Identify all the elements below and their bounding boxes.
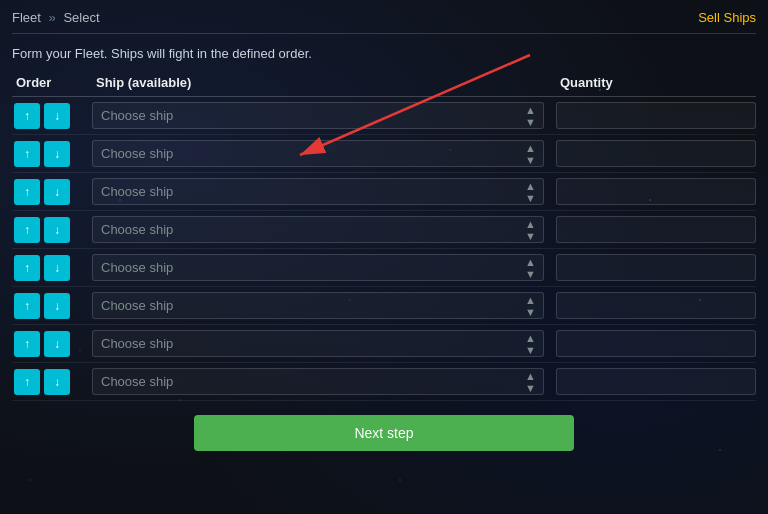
- order-down-button-5[interactable]: ↓: [44, 255, 70, 281]
- order-down-button-1[interactable]: ↓: [44, 103, 70, 129]
- col-header-quantity: Quantity: [556, 75, 756, 90]
- ship-select-6[interactable]: Choose ship: [92, 292, 544, 319]
- fleet-row: ↑ ↓ Choose ship ▲▼: [12, 249, 756, 287]
- ship-select-5[interactable]: Choose ship: [92, 254, 544, 281]
- bottom-bar: Next step: [12, 401, 756, 461]
- order-buttons-7: ↑ ↓: [12, 331, 92, 357]
- order-up-button-5[interactable]: ↑: [14, 255, 40, 281]
- order-down-button-2[interactable]: ↓: [44, 141, 70, 167]
- order-up-button-6[interactable]: ↑: [14, 293, 40, 319]
- quantity-input-6[interactable]: [556, 292, 756, 319]
- fleet-row: ↑ ↓ Choose ship ▲▼: [12, 135, 756, 173]
- breadcrumb-separator: »: [49, 10, 56, 25]
- col-header-ship: Ship (available): [92, 75, 556, 90]
- ship-select-wrapper-4: Choose ship ▲▼: [92, 216, 544, 243]
- quantity-input-7[interactable]: [556, 330, 756, 357]
- order-down-button-3[interactable]: ↓: [44, 179, 70, 205]
- order-up-button-4[interactable]: ↑: [14, 217, 40, 243]
- col-header-order: Order: [12, 75, 92, 90]
- order-buttons-8: ↑ ↓: [12, 369, 92, 395]
- fleet-row: ↑ ↓ Choose ship ▲▼: [12, 97, 756, 135]
- fleet-row: ↑ ↓ Choose ship ▲▼: [12, 325, 756, 363]
- fleet-row: ↑ ↓ Choose ship ▲▼: [12, 363, 756, 401]
- ship-select-wrapper-8: Choose ship ▲▼: [92, 368, 544, 395]
- order-down-button-7[interactable]: ↓: [44, 331, 70, 357]
- order-buttons-1: ↑ ↓: [12, 103, 92, 129]
- ship-select-wrapper-6: Choose ship ▲▼: [92, 292, 544, 319]
- order-up-button-3[interactable]: ↑: [14, 179, 40, 205]
- quantity-input-2[interactable]: [556, 140, 756, 167]
- breadcrumb: Fleet » Select: [12, 10, 100, 25]
- ship-select-3[interactable]: Choose ship: [92, 178, 544, 205]
- order-buttons-4: ↑ ↓: [12, 217, 92, 243]
- quantity-input-1[interactable]: [556, 102, 756, 129]
- page-header: Fleet » Select Sell Ships: [12, 0, 756, 34]
- ship-select-wrapper-1: Choose ship ▲▼: [92, 102, 544, 129]
- order-buttons-5: ↑ ↓: [12, 255, 92, 281]
- fleet-row: ↑ ↓ Choose ship ▲▼: [12, 287, 756, 325]
- order-down-button-4[interactable]: ↓: [44, 217, 70, 243]
- quantity-input-8[interactable]: [556, 368, 756, 395]
- fleet-row: ↑ ↓ Choose ship ▲▼: [12, 211, 756, 249]
- order-up-button-1[interactable]: ↑: [14, 103, 40, 129]
- ship-select-1[interactable]: Choose ship: [92, 102, 544, 129]
- quantity-input-3[interactable]: [556, 178, 756, 205]
- subtitle-text: Form your Fleet. Ships will fight in the…: [12, 34, 756, 71]
- order-up-button-2[interactable]: ↑: [14, 141, 40, 167]
- next-step-button[interactable]: Next step: [194, 415, 574, 451]
- breadcrumb-select: Select: [63, 10, 99, 25]
- ship-select-8[interactable]: Choose ship: [92, 368, 544, 395]
- quantity-input-5[interactable]: [556, 254, 756, 281]
- order-buttons-6: ↑ ↓: [12, 293, 92, 319]
- ship-select-2[interactable]: Choose ship: [92, 140, 544, 167]
- order-up-button-8[interactable]: ↑: [14, 369, 40, 395]
- quantity-input-4[interactable]: [556, 216, 756, 243]
- fleet-rows-container: ↑ ↓ Choose ship ▲▼ ↑ ↓ Choose ship: [12, 97, 756, 401]
- ship-select-wrapper-3: Choose ship ▲▼: [92, 178, 544, 205]
- breadcrumb-fleet: Fleet: [12, 10, 41, 25]
- ship-select-wrapper-2: Choose ship ▲▼: [92, 140, 544, 167]
- order-down-button-6[interactable]: ↓: [44, 293, 70, 319]
- order-buttons-2: ↑ ↓: [12, 141, 92, 167]
- table-header: Order Ship (available) Quantity: [12, 71, 756, 97]
- ship-select-7[interactable]: Choose ship: [92, 330, 544, 357]
- ship-select-wrapper-5: Choose ship ▲▼: [92, 254, 544, 281]
- order-up-button-7[interactable]: ↑: [14, 331, 40, 357]
- fleet-row: ↑ ↓ Choose ship ▲▼: [12, 173, 756, 211]
- sell-ships-link[interactable]: Sell Ships: [698, 10, 756, 25]
- ship-select-4[interactable]: Choose ship: [92, 216, 544, 243]
- ship-select-wrapper-7: Choose ship ▲▼: [92, 330, 544, 357]
- order-down-button-8[interactable]: ↓: [44, 369, 70, 395]
- order-buttons-3: ↑ ↓: [12, 179, 92, 205]
